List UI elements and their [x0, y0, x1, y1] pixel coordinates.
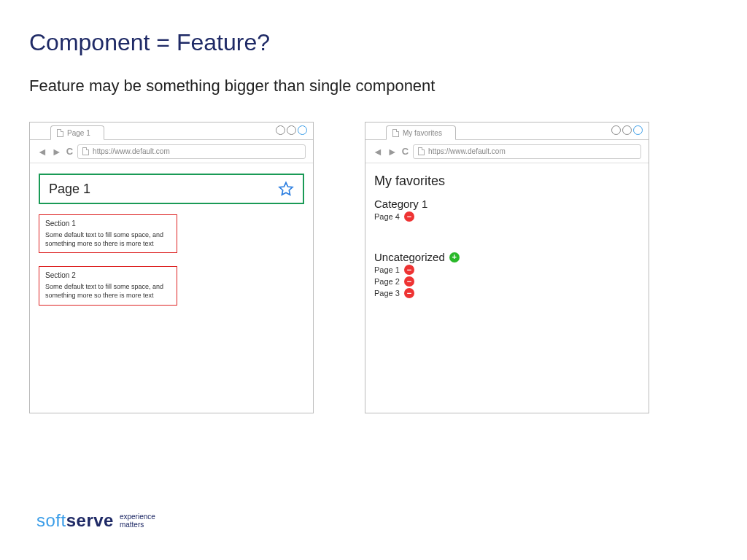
browser-mockup-left: Page 1 ◄ ► C https://www.default.com [29, 122, 314, 413]
favorites-title: My favorites [374, 174, 640, 189]
page-content: Page 1 Section 1 Some default text to fi… [30, 163, 313, 329]
favorite-item: Page 4 − [374, 211, 640, 222]
favorite-item: Page 2 − [374, 276, 640, 287]
logo-tag-line1: experience [120, 513, 155, 521]
slide-title: Component = Feature? [29, 29, 718, 56]
section-body: Some default text to fill some space, an… [45, 282, 171, 300]
category-title: Uncategorized + [374, 251, 640, 263]
back-icon[interactable]: ◄ [37, 146, 47, 158]
document-icon [418, 147, 425, 155]
logo-serve: serve [66, 510, 114, 530]
remove-icon[interactable]: − [404, 288, 414, 298]
browser-mockup-right: My favorites ◄ ► C https://www.default.c… [365, 122, 649, 413]
logo-soft: soft [36, 510, 66, 530]
document-icon [392, 129, 399, 137]
forward-icon[interactable]: ► [387, 146, 398, 158]
remove-icon[interactable]: − [404, 265, 414, 275]
favorite-item: Page 1 − [374, 265, 640, 275]
remove-icon[interactable]: − [404, 211, 414, 222]
section-title: Section 1 [45, 219, 171, 228]
tab-label: My favorites [403, 129, 442, 137]
section-title: Section 2 [45, 271, 171, 279]
window-controls[interactable] [611, 125, 643, 135]
page-header-title: Page 1 [49, 182, 90, 197]
logo-tagline: experience matters [120, 513, 155, 529]
page-content: My favorites Category 1 Page 4 − Uncateg… [365, 163, 649, 338]
window-circle-icon [287, 125, 296, 135]
mockup-row: Page 1 ◄ ► C https://www.default.com [29, 122, 718, 413]
star-icon[interactable] [278, 181, 294, 197]
section-box: Section 2 Some default text to fill some… [39, 266, 177, 305]
category-block: Category 1 Page 4 − [374, 198, 640, 222]
browser-toolbar: ◄ ► C https://www.default.com [365, 140, 649, 163]
tab-strip: Page 1 [30, 122, 313, 140]
slide-subtitle: Feature may be something bigger than sin… [29, 77, 718, 96]
category-title: Category 1 [374, 198, 640, 210]
favorite-label: Page 1 [374, 265, 400, 274]
reload-icon[interactable]: C [402, 146, 409, 157]
url-bar[interactable]: https://www.default.com [77, 144, 306, 159]
window-circle-icon [622, 125, 632, 135]
favorite-item: Page 3 − [374, 288, 640, 298]
tab-label: Page 1 [67, 129, 90, 137]
section-box: Section 1 Some default text to fill some… [39, 214, 177, 253]
browser-toolbar: ◄ ► C https://www.default.com [30, 140, 313, 163]
favorite-label: Page 2 [374, 277, 400, 286]
browser-tab[interactable]: Page 1 [50, 125, 104, 140]
remove-icon[interactable]: − [404, 276, 414, 287]
logo-tag-line2: matters [120, 521, 144, 529]
window-controls[interactable] [276, 125, 307, 135]
category-block: Uncategorized + Page 1 − Page 2 − Page 3… [374, 251, 640, 298]
window-circle-icon [276, 125, 285, 135]
add-icon[interactable]: + [449, 252, 460, 262]
footer-logo: softserve experience matters [36, 510, 155, 531]
window-circle-icon [298, 125, 307, 135]
section-body: Some default text to fill some space, an… [45, 230, 171, 248]
reload-icon[interactable]: C [66, 146, 73, 157]
forward-icon[interactable]: ► [52, 146, 62, 158]
document-icon [82, 147, 89, 155]
window-circle-icon [611, 125, 621, 135]
url-text: https://www.default.com [428, 147, 506, 155]
page-header-box: Page 1 [39, 174, 304, 204]
url-bar[interactable]: https://www.default.com [413, 144, 641, 159]
category-name: Uncategorized [374, 251, 445, 263]
browser-tab[interactable]: My favorites [386, 125, 456, 140]
window-circle-icon [633, 125, 643, 135]
favorite-label: Page 4 [374, 212, 400, 221]
category-name: Category 1 [374, 198, 427, 210]
favorite-label: Page 3 [374, 289, 400, 298]
document-icon [57, 129, 63, 137]
tab-strip: My favorites [365, 122, 649, 140]
url-text: https://www.default.com [93, 147, 170, 155]
back-icon[interactable]: ◄ [373, 146, 383, 158]
